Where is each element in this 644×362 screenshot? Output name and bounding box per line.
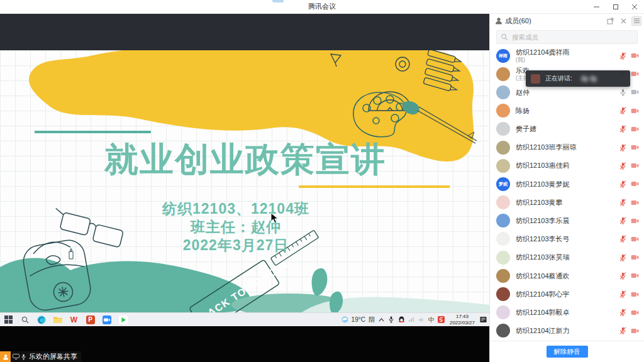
weather-condition[interactable]: 阴	[369, 315, 375, 324]
input-method-indicator[interactable]: 中	[428, 315, 435, 324]
camera-status-icon[interactable]	[631, 200, 639, 206]
panel-menu-button[interactable]	[631, 16, 641, 26]
member-avatar	[496, 214, 510, 228]
tray-red-app-icon[interactable]	[438, 316, 445, 323]
mic-status-icon[interactable]	[619, 217, 626, 224]
camera-status-icon[interactable]	[631, 292, 639, 297]
banner-mic-icon	[21, 354, 26, 360]
camera-status-icon[interactable]	[631, 145, 639, 150]
mic-status-icon[interactable]	[619, 89, 626, 96]
member-row[interactable]: 纺织12103张昊瑞	[490, 248, 644, 266]
mic-status-icon[interactable]	[619, 180, 626, 188]
member-role: (我)	[516, 57, 570, 63]
camera-status-icon[interactable]	[631, 53, 639, 58]
member-name: 纺织12103张昊瑞	[516, 253, 570, 261]
notification-center-button[interactable]	[480, 316, 487, 323]
letterbox-bottom: 乐欢的屏幕共享	[0, 326, 489, 362]
minimize-button[interactable]	[587, 0, 606, 14]
member-row[interactable]: 梦妮 纺织12103黄梦妮	[490, 175, 644, 193]
member-row[interactable]: 纺织12103惠佳莉	[490, 156, 644, 175]
search-icon	[21, 316, 29, 324]
member-row[interactable]: 纺织12104郭毅卓	[490, 304, 644, 322]
member-row[interactable]: 纺织12103李乐晨	[490, 212, 644, 230]
mic-status-icon[interactable]	[619, 144, 626, 151]
member-avatar	[496, 141, 510, 155]
taskbar-explorer-button[interactable]	[53, 315, 62, 324]
screen-share-label: 乐欢的屏幕共享	[28, 352, 81, 361]
member-avatar	[496, 251, 510, 265]
member-name: 陈扬	[516, 107, 530, 115]
search-members-input[interactable]	[496, 30, 638, 44]
camera-status-icon[interactable]	[631, 89, 639, 95]
camera-status-icon[interactable]	[631, 126, 639, 132]
sharer-avatar-icon	[0, 351, 11, 362]
weather-temp[interactable]: 19°C	[352, 316, 365, 323]
camera-status-icon[interactable]	[631, 273, 639, 278]
member-row[interactable]: 祥雨 纺织12104龚祥雨 (我)	[490, 47, 644, 65]
member-row[interactable]: 纺织12103黄攀	[490, 194, 644, 212]
tray-qq-icon[interactable]	[398, 316, 405, 323]
weather-icon[interactable]	[341, 316, 348, 323]
mic-status-icon[interactable]	[619, 290, 626, 298]
camera-status-icon[interactable]	[631, 218, 639, 224]
mic-status-icon[interactable]	[619, 272, 626, 280]
member-row[interactable]: 纺织12104蔡通欢	[490, 266, 644, 285]
slide-subtitle-class: 纺织12103、12104班	[47, 199, 425, 219]
meeting-controls-tab[interactable]	[272, 0, 284, 3]
member-name: 纺织12104龚祥雨	[516, 48, 570, 57]
unmute-button[interactable]: 解除静音	[547, 346, 588, 358]
member-name: 纺织12104蔡通欢	[516, 272, 570, 280]
close-panel-button[interactable]	[618, 16, 628, 26]
screen-share-banner[interactable]: 乐欢的屏幕共享	[0, 351, 81, 362]
member-row[interactable]: 纺织12103班李丽琼	[490, 138, 644, 156]
camera-status-icon[interactable]	[631, 181, 639, 187]
taskbar-edge-button[interactable]	[36, 315, 46, 324]
member-avatar	[496, 159, 510, 173]
member-name: 赵仲	[516, 89, 530, 97]
member-avatar	[496, 324, 510, 337]
popout-panel-button[interactable]	[605, 16, 615, 26]
camera-status-icon[interactable]	[631, 310, 639, 315]
start-button[interactable]	[4, 315, 13, 324]
mic-status-icon[interactable]	[619, 199, 626, 206]
play-app-icon	[119, 315, 128, 324]
mic-status-icon[interactable]	[619, 52, 626, 60]
tray-volume-icon[interactable]	[418, 316, 425, 323]
taskbar-video-app-button[interactable]	[118, 315, 128, 324]
member-name: 纺织12104江新力	[516, 327, 570, 335]
camera-status-icon[interactable]	[631, 236, 639, 242]
member-name: 纺织12104郭毅卓	[516, 309, 570, 317]
mic-status-icon[interactable]	[619, 162, 626, 170]
presentation-slide: BACK TO SCHOOL 就业创业政策宣讲 纺织12103、12104班 班…	[0, 50, 489, 312]
window-title: 腾讯会议	[308, 2, 336, 11]
member-search	[496, 30, 638, 44]
camera-status-icon[interactable]	[631, 108, 639, 114]
member-row[interactable]: 纺织12104郭心宇	[490, 285, 644, 303]
camera-status-icon[interactable]	[631, 163, 639, 168]
taskbar-search-button[interactable]	[20, 315, 30, 324]
taskbar-powerpoint-button[interactable]: P	[86, 315, 95, 324]
mic-status-icon[interactable]	[619, 235, 626, 243]
mic-status-icon[interactable]	[619, 254, 626, 261]
taskbar-meeting-button[interactable]	[102, 315, 111, 324]
member-row[interactable]: 纺织12104江新力	[490, 322, 644, 340]
camera-status-icon[interactable]	[631, 71, 639, 77]
tray-network-icon[interactable]	[408, 316, 415, 323]
taskbar-wps-button[interactable]: W	[69, 315, 79, 324]
taskbar-clock[interactable]: 17:43 2022/03/27	[448, 314, 477, 325]
member-row[interactable]: 纺织12103李长弓	[490, 230, 644, 248]
tray-expand-button[interactable]	[378, 316, 385, 323]
mic-status-icon[interactable]	[619, 107, 626, 114]
close-button[interactable]	[625, 0, 644, 14]
camera-status-icon[interactable]	[631, 328, 639, 334]
file-explorer-icon	[53, 316, 62, 324]
member-row[interactable]: 樊子婧	[490, 120, 644, 138]
camera-status-icon[interactable]	[631, 255, 639, 260]
mic-status-icon[interactable]	[619, 327, 626, 334]
mic-status-icon[interactable]	[619, 309, 626, 316]
mic-status-icon[interactable]	[619, 125, 626, 133]
back-to-school-text: BACK TO SCHOOL	[199, 257, 292, 312]
maximize-button[interactable]	[606, 0, 625, 14]
tray-mic-icon[interactable]	[388, 316, 395, 323]
member-row[interactable]: 陈扬	[490, 102, 644, 120]
